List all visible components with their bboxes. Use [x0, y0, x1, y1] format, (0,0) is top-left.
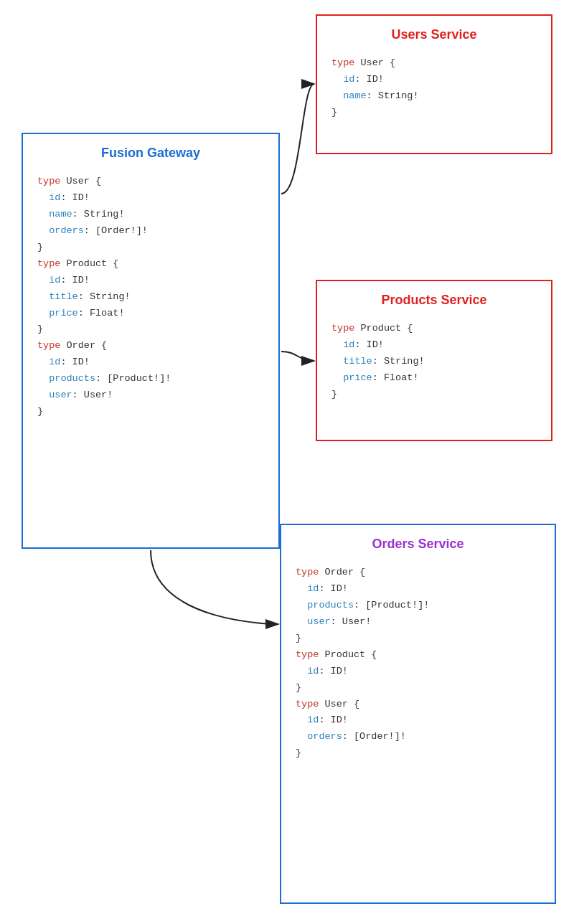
kw-type-product: type — [37, 258, 60, 269]
users-service-title: Users Service — [331, 27, 537, 42]
orders-service-title: Orders Service — [296, 537, 540, 552]
arrow-gateway-to-users — [281, 84, 314, 194]
gateway-box: Fusion Gateway type User { id: ID! name:… — [22, 133, 280, 549]
orders-service-box: Orders Service type Order { id: ID! prod… — [280, 524, 556, 904]
users-service-box: Users Service type User { id: ID! name: … — [316, 14, 552, 154]
products-service-title: Products Service — [331, 293, 537, 308]
products-service-code: type Product { id: ID! title: String! pr… — [331, 321, 537, 403]
kw-type-user: type — [37, 176, 60, 187]
kw-type-order: type — [37, 340, 60, 351]
products-service-box: Products Service type Product { id: ID! … — [316, 280, 552, 441]
gateway-title: Fusion Gateway — [37, 146, 264, 161]
users-service-code: type User { id: ID! name: String! } — [331, 55, 537, 121]
gateway-code: type User { id: ID! name: String! orders… — [37, 174, 264, 420]
diagram-container: Fusion Gateway type User { id: ID! name:… — [0, 0, 574, 924]
arrow-gateway-to-products — [281, 352, 314, 361]
arrow-gateway-to-orders — [151, 550, 278, 624]
orders-service-code: type Order { id: ID! products: [Product!… — [296, 565, 540, 762]
